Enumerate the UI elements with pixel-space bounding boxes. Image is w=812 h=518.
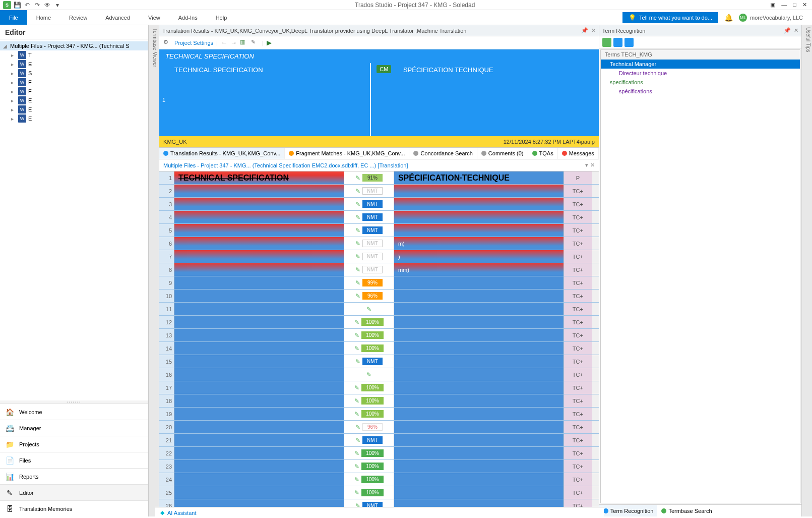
segment-source-cell[interactable] — [174, 434, 344, 446]
segment-row[interactable]: 7✎NMT)TC+ — [159, 250, 599, 263]
grid-scrollbar[interactable] — [592, 185, 599, 197]
copy-match-icon[interactable]: ✎ — [251, 39, 259, 47]
segment-source-cell[interactable] — [174, 342, 344, 355]
ai-assistant-button[interactable]: ◆ AI Assistant — [155, 507, 604, 518]
segment-source-cell[interactable] — [174, 198, 344, 210]
segment-status-cell[interactable]: ✎ — [344, 368, 394, 381]
segment-status-cell[interactable]: ✎NMT — [344, 185, 394, 197]
segment-target-cell[interactable] — [394, 185, 564, 197]
segment-row[interactable]: 23✎100%TC+ — [159, 460, 599, 473]
tab-term-recognition[interactable]: Term Recognition — [599, 505, 658, 516]
segment-status-cell[interactable]: ✎100% — [344, 408, 394, 420]
undo-icon[interactable]: ↶ — [23, 1, 31, 9]
nav-projects[interactable]: 📁Projects — [0, 436, 148, 452]
term-target-entry[interactable]: spécifications — [601, 87, 800, 96]
doc-menu-icon[interactable]: ▾ — [585, 162, 588, 168]
segment-target-cell[interactable] — [394, 290, 564, 302]
grid-scrollbar[interactable] — [592, 408, 599, 420]
document-tab[interactable]: Multiple Files - Project 347 - KMG... (T… — [159, 159, 599, 171]
nav-editor[interactable]: ✎Editor — [0, 484, 148, 500]
segment-target-cell[interactable]: ) — [394, 250, 564, 263]
segment-row[interactable]: 11✎TC+ — [159, 303, 599, 316]
segment-status-cell[interactable]: ✎96% — [344, 290, 394, 302]
editor-grid[interactable]: 1TECHNICAL SPECIFICATION✎91%SPÉCIFICATIO… — [159, 171, 599, 516]
segment-status-cell[interactable]: ✎NMT — [344, 355, 394, 368]
segment-target-cell[interactable]: m) — [394, 237, 564, 250]
segment-target-cell[interactable] — [394, 434, 564, 446]
segment-target-cell[interactable] — [394, 355, 564, 368]
segment-row[interactable]: 2✎NMTTC+ — [159, 185, 599, 198]
segment-status-cell[interactable]: ✎100% — [344, 329, 394, 341]
ribbon-tab-review[interactable]: Review — [60, 10, 96, 25]
segment-status-cell[interactable]: ✎NMT — [344, 263, 394, 276]
segment-target-cell[interactable] — [394, 342, 564, 355]
segment-status-cell[interactable]: ✎99% — [344, 276, 394, 289]
segment-source-cell[interactable] — [174, 211, 344, 223]
segment-status-cell[interactable]: ✎NMT — [344, 224, 394, 237]
segment-status-cell[interactable]: ✎100% — [344, 486, 394, 499]
useful-tips-tab[interactable]: Useful Tips — [801, 25, 812, 516]
expand-icon[interactable]: ▸ — [11, 98, 16, 103]
segment-source-cell[interactable] — [174, 355, 344, 368]
segment-status-cell[interactable]: ✎100% — [344, 447, 394, 459]
tree-file-item[interactable]: ▸WE — [0, 114, 148, 123]
next-match-icon[interactable]: → — [230, 39, 237, 46]
grid-scrollbar[interactable] — [592, 237, 599, 250]
grid-scrollbar[interactable] — [592, 486, 599, 499]
grid-scrollbar[interactable] — [592, 460, 599, 473]
segment-source-cell[interactable] — [174, 303, 344, 315]
segment-target-cell[interactable] — [394, 316, 564, 328]
segment-row[interactable]: 3✎NMTTC+ — [159, 198, 599, 211]
grid-scrollbar[interactable] — [592, 276, 599, 289]
maximize-icon[interactable]: □ — [793, 2, 796, 8]
visibility-icon[interactable]: 👁 — [43, 1, 51, 9]
segment-status-cell[interactable]: ✎100% — [344, 381, 394, 394]
tree-file-item[interactable]: ▸WF — [0, 87, 148, 96]
ribbon-tab-help[interactable]: Help — [207, 10, 236, 25]
term-view-icon[interactable] — [602, 38, 611, 47]
doc-close-icon[interactable]: ✕ — [590, 162, 595, 168]
nav-translation-memories[interactable]: 🗄Translation Memories — [0, 500, 148, 516]
segment-target-cell[interactable]: mm) — [394, 263, 564, 276]
segment-row[interactable]: 14✎100%TC+ — [159, 342, 599, 355]
grid-scrollbar[interactable] — [592, 303, 599, 315]
tm-match-row[interactable]: 1 TECHNICAL SPECIFICATION CM SPÉCIFICATI… — [159, 63, 599, 136]
segment-status-cell[interactable]: ✎NMT — [344, 250, 394, 263]
segment-row[interactable]: 8✎NMTmm)TC+ — [159, 263, 599, 276]
grid-scrollbar[interactable] — [592, 211, 599, 223]
segment-target-cell[interactable] — [394, 224, 564, 237]
segment-source-cell[interactable]: TECHNICAL SPECIFICATION — [174, 171, 344, 184]
grid-scrollbar[interactable] — [592, 368, 599, 381]
segment-source-cell[interactable] — [174, 329, 344, 341]
nav-welcome[interactable]: 🏠Welcome — [0, 404, 148, 420]
segment-row[interactable]: 25✎100%TC+ — [159, 486, 599, 499]
grid-scrollbar[interactable] — [592, 224, 599, 237]
grid-scrollbar[interactable] — [592, 171, 599, 184]
grid-scrollbar[interactable] — [592, 316, 599, 328]
segment-target-cell[interactable] — [394, 421, 564, 433]
term-source-entry[interactable]: Technical Manager — [601, 60, 800, 69]
expand-icon[interactable]: ▸ — [11, 80, 16, 85]
grid-scrollbar[interactable] — [592, 447, 599, 459]
segment-row[interactable]: 18✎100%TC+ — [159, 394, 599, 408]
panel-close-icon[interactable]: ✕ — [794, 27, 798, 34]
segment-row[interactable]: 6✎NMTm)TC+ — [159, 237, 599, 250]
grid-scrollbar[interactable] — [592, 263, 599, 276]
term-settings-icon[interactable] — [624, 38, 634, 47]
ribbon-tab-addins[interactable]: Add-Ins — [169, 10, 207, 25]
tree-file-item[interactable]: ▸WS — [0, 69, 148, 78]
close-icon[interactable]: ✕ — [802, 2, 807, 8]
segment-status-cell[interactable]: ✎ — [344, 303, 394, 315]
grid-scrollbar[interactable] — [592, 434, 599, 446]
segment-target-cell[interactable] — [394, 394, 564, 407]
segment-row[interactable]: 13✎100%TC+ — [159, 329, 599, 342]
segment-row[interactable]: 17✎100%TC+ — [159, 381, 599, 394]
tab-translation-results[interactable]: Translation Results - KMG_UK,KMG_Conv... — [159, 148, 285, 159]
grid-scrollbar[interactable] — [592, 381, 599, 394]
segment-target-cell[interactable] — [394, 460, 564, 473]
segment-source-cell[interactable] — [174, 368, 344, 381]
segment-row[interactable]: 1TECHNICAL SPECIFICATION✎91%SPÉCIFICATIO… — [159, 171, 599, 185]
grid-scrollbar[interactable] — [592, 355, 599, 368]
segment-status-cell[interactable]: ✎NMT — [344, 211, 394, 223]
segment-source-cell[interactable] — [174, 316, 344, 328]
